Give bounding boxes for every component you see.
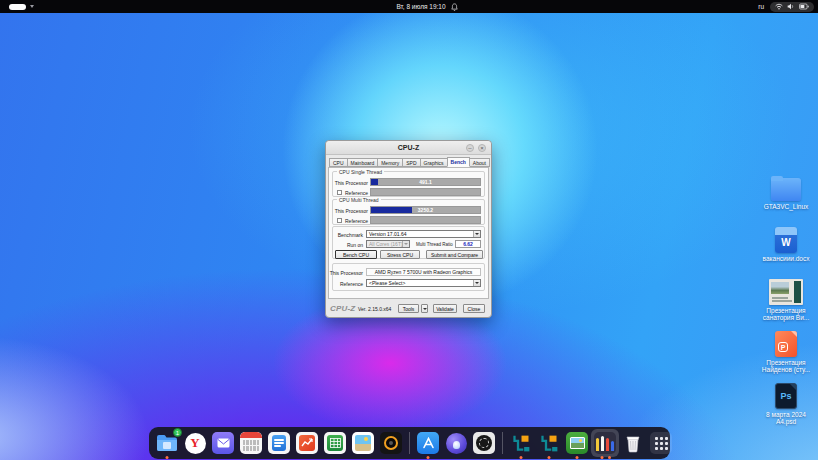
word-document-icon: W <box>775 227 797 253</box>
ratio-value: 6.62 <box>455 240 481 248</box>
tab-cpu[interactable]: CPU <box>329 158 347 167</box>
bench-cpu-button[interactable]: Bench CPU <box>335 250 377 259</box>
file-manager-badge: 1 <box>173 428 182 437</box>
tools-dropdown-button[interactable] <box>421 304 428 313</box>
dock-wine-app-2[interactable] <box>537 431 561 455</box>
tab-mainboard[interactable]: Mainboard <box>347 158 378 167</box>
dock-color-markers[interactable] <box>593 431 617 455</box>
photoshop-icon: Ps <box>775 383 797 409</box>
dock: 1 Y <box>149 427 670 459</box>
tab-memory[interactable]: Memory <box>377 158 402 167</box>
tab-graphics[interactable]: Graphics <box>420 158 447 167</box>
desktop-icon-powerpoint[interactable]: P Презентация Найденов (сту... <box>757 331 815 382</box>
tab-about[interactable]: About <box>470 158 490 167</box>
volume-icon <box>787 3 795 10</box>
minimize-button[interactable]: – <box>466 144 474 152</box>
desktop-icon-presentation-photo[interactable]: Презентация санатория Ви... <box>757 279 815 330</box>
reference-combo[interactable]: <Please Select> <box>366 279 481 287</box>
tools-button[interactable]: Tools <box>398 304 419 313</box>
dock-help-sphere[interactable] <box>444 431 468 455</box>
this-processor-field: AMD Ryzen 7 5700U with Radeon Graphics <box>366 268 481 276</box>
dock-app-store[interactable] <box>416 431 440 455</box>
stress-cpu-button[interactable]: Stress CPU <box>380 250 420 259</box>
dock-separator-1 <box>409 432 410 454</box>
folder-icon <box>771 178 801 201</box>
window-titlebar[interactable]: CPU-Z – × <box>326 141 491 155</box>
menubar-clock[interactable]: Вт, 8 июля 19:10 <box>396 3 445 10</box>
desktop-icon-word[interactable]: W вакансиии.docx <box>757 227 815 278</box>
dock-photos[interactable] <box>351 431 375 455</box>
tabstrip: CPU Mainboard Memory SPD Graphics Bench … <box>329 157 488 167</box>
tab-spd[interactable]: SPD <box>402 158 419 167</box>
photo-presentation-icon <box>769 279 803 305</box>
dock-yandex-browser[interactable]: Y <box>183 431 207 455</box>
group-processor: This Processor AMD Ryzen 7 5700U with Ra… <box>332 263 485 291</box>
close-button-footer[interactable]: Close <box>463 304 485 313</box>
dock-image-viewer[interactable] <box>565 431 589 455</box>
dock-separator-2 <box>502 432 503 454</box>
validate-button[interactable]: Validate <box>433 304 457 313</box>
submit-compare-button[interactable]: Submit and Compare <box>426 250 483 259</box>
group-multi-thread: CPU Multi Thread This Processor 3250.2 R… <box>332 199 485 225</box>
dock-mail[interactable] <box>211 431 235 455</box>
dock-wine-app-1[interactable] <box>509 431 533 455</box>
desktop-icon-gta3vc[interactable]: GTA3VC_Linux <box>757 175 815 226</box>
window-footer: CPU-Z Ver. 2.15.0.x64 Tools Validate Clo… <box>326 300 491 317</box>
dock-presentation-red[interactable] <box>295 431 319 455</box>
single-reference-checkbox[interactable] <box>337 190 342 195</box>
system-tray[interactable] <box>770 2 814 12</box>
dock-trash[interactable] <box>621 431 645 455</box>
dock-app-grid[interactable] <box>649 431 673 455</box>
powerpoint-icon: P <box>775 331 797 357</box>
multi-reference-bar <box>370 216 481 224</box>
group-single-thread: CPU Single Thread This Processor 491.1 R… <box>332 171 485 197</box>
single-reference-bar <box>370 188 481 196</box>
cpuz-window: CPU-Z – × CPU Mainboard Memory SPD Graph… <box>325 140 492 318</box>
tab-bench[interactable]: Bench <box>447 157 470 167</box>
bell-icon[interactable] <box>451 3 458 11</box>
benchmark-combo[interactable]: Version 17.01.64 <box>366 230 481 238</box>
bench-panel: CPU Single Thread This Processor 491.1 R… <box>328 167 489 299</box>
desktop-icon-photoshop[interactable]: Ps 8 марта 2024 А4.psd <box>757 383 815 434</box>
multi-reference-checkbox[interactable] <box>337 218 342 223</box>
group-bench-controls: Benchmark Version 17.01.64 Run on All Co… <box>332 226 485 259</box>
dock-file-manager[interactable]: 1 <box>155 431 179 455</box>
dock-music-player[interactable] <box>379 431 403 455</box>
menubar: Вт, 8 июля 19:10 ru <box>0 0 818 13</box>
single-thread-bar: 491.1 <box>370 178 481 186</box>
cpuz-logo: CPU-Z <box>330 304 355 313</box>
dock-camera-lens[interactable] <box>472 431 496 455</box>
dock-spreadsheet[interactable] <box>323 431 347 455</box>
multi-thread-bar: 3250.2 <box>370 206 481 214</box>
desktop-icons: GTA3VC_Linux W вакансиии.docx Презентаци… <box>757 175 815 435</box>
window-title: CPU-Z <box>398 144 419 151</box>
close-button[interactable]: × <box>478 144 486 152</box>
keyboard-layout[interactable]: ru <box>758 3 764 10</box>
dock-calendar[interactable] <box>239 431 263 455</box>
run-on-combo: All Cores (16T) <box>366 240 410 248</box>
wifi-icon <box>775 3 783 10</box>
battery-icon <box>799 3 809 10</box>
dock-text-editor[interactable] <box>267 431 291 455</box>
